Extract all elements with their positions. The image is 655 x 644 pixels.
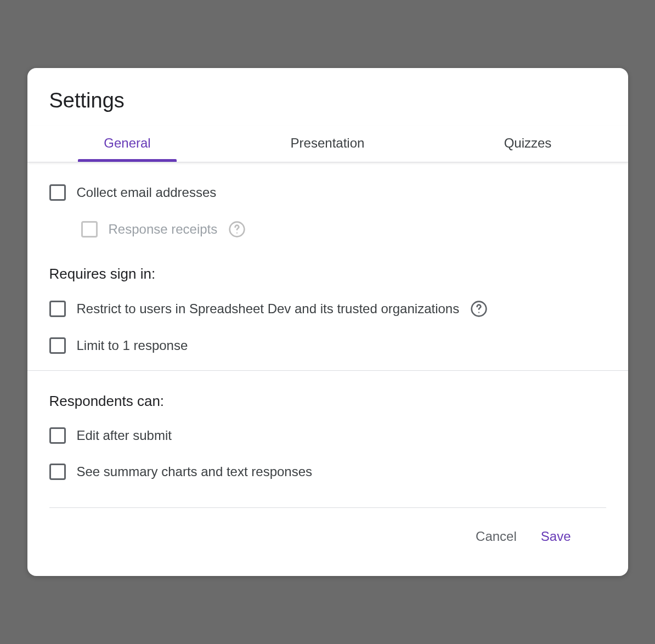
help-icon[interactable]: [228, 221, 246, 238]
save-button[interactable]: Save: [539, 524, 573, 549]
row-edit-after-submit: Edit after submit: [49, 427, 606, 444]
row-limit: Limit to 1 response: [49, 337, 606, 354]
label-restrict: Restrict to users in Spreadsheet Dev and…: [77, 301, 460, 317]
row-summary: See summary charts and text responses: [49, 464, 606, 480]
label-summary: See summary charts and text responses: [77, 464, 313, 479]
dialog-actions: Cancel Save: [49, 507, 606, 576]
label-limit: Limit to 1 response: [77, 338, 188, 353]
label-collect-email: Collect email addresses: [77, 185, 217, 200]
checkbox-summary[interactable]: [49, 464, 66, 480]
row-restrict: Restrict to users in Spreadsheet Dev and…: [49, 300, 606, 318]
checkbox-limit[interactable]: [49, 337, 66, 354]
checkbox-collect-email[interactable]: [49, 184, 66, 201]
settings-dialog: Settings General Presentation Quizzes Co…: [27, 68, 628, 576]
dialog-title: Settings: [27, 68, 628, 126]
checkbox-response-receipts: [81, 221, 98, 238]
tabs: General Presentation Quizzes: [27, 126, 628, 162]
checkbox-restrict[interactable]: [49, 301, 66, 317]
section-general-top: Collect email addresses Response receipt…: [27, 162, 628, 255]
row-response-receipts: Response receipts: [49, 221, 606, 238]
tab-presentation[interactable]: Presentation: [228, 126, 428, 162]
heading-respondents: Respondents can:: [49, 393, 606, 410]
section-respondents: Respondents can: Edit after submit See s…: [27, 370, 628, 496]
checkbox-edit-after-submit[interactable]: [49, 427, 66, 444]
svg-point-1: [236, 233, 238, 234]
dialog-content: Collect email addresses Response receipt…: [27, 162, 628, 576]
label-response-receipts: Response receipts: [109, 222, 218, 237]
actions-wrapper: Cancel Save: [27, 496, 628, 576]
help-icon[interactable]: [470, 300, 488, 318]
row-collect-email: Collect email addresses: [49, 184, 606, 201]
svg-point-3: [478, 312, 479, 313]
label-edit-after-submit: Edit after submit: [77, 428, 172, 443]
tab-label: Presentation: [291, 135, 365, 150]
cancel-button[interactable]: Cancel: [473, 524, 519, 549]
heading-signin: Requires sign in:: [49, 265, 606, 283]
tab-label: Quizzes: [504, 135, 552, 150]
tab-label: General: [104, 135, 150, 150]
section-signin: Requires sign in: Restrict to users in S…: [27, 255, 628, 370]
tab-general[interactable]: General: [27, 126, 228, 162]
tab-quizzes[interactable]: Quizzes: [428, 126, 628, 162]
